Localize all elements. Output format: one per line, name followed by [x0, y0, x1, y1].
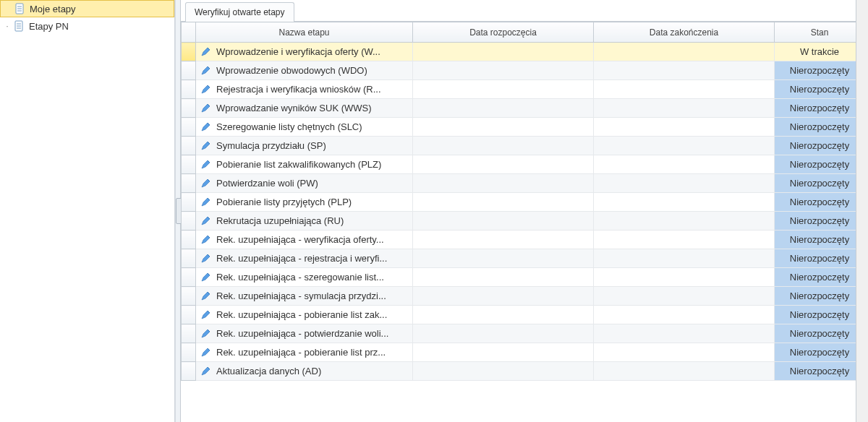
cell-status: Nierozpoczęty — [775, 362, 856, 381]
table-row[interactable]: Wprowadzenie i weryfikacja oferty (W...W… — [182, 43, 856, 61]
cell-stage-name: Pobieranie listy przyjętych (PLP) — [196, 193, 413, 212]
col-start-date[interactable]: Data rozpoczęcia — [413, 22, 594, 43]
cell-status: W trakcie — [775, 43, 856, 61]
cell-start-date — [413, 118, 594, 137]
table-row[interactable]: Pobieranie listy przyjętych (PLP)Nierozp… — [182, 193, 856, 212]
grid-header-row: Nazwa etapu Data rozpoczęcia Data zakońc… — [182, 22, 856, 43]
cell-status: Nierozpoczęty — [775, 174, 856, 193]
cell-stage-name: Pobieranie list zakwalifikowanych (PLZ) — [196, 155, 413, 174]
row-selector[interactable] — [182, 324, 196, 343]
stage-name-text: Wprowadzanie wyników SUK (WWS) — [216, 103, 372, 113]
table-row[interactable]: Rejestracja i weryfikacja wniosków (R...… — [182, 80, 856, 99]
cell-stage-name: Rek. uzupełniająca - pobieranie list prz… — [196, 343, 413, 362]
table-row[interactable]: Rek. uzupełniająca - pobieranie list prz… — [182, 343, 856, 362]
cell-status: Nierozpoczęty — [775, 268, 856, 287]
table-row[interactable]: Symulacja przydziału (SP)Nierozpoczęty — [182, 137, 856, 155]
row-selector[interactable] — [182, 287, 196, 306]
row-selector[interactable] — [182, 174, 196, 193]
cell-end-date — [594, 343, 775, 362]
cell-end-date — [594, 137, 775, 155]
stage-name-text: Rek. uzupełniająca - potwierdzanie woli.… — [216, 328, 388, 339]
cell-status: Nierozpoczęty — [775, 231, 856, 249]
table-row[interactable]: Pobieranie list zakwalifikowanych (PLZ)N… — [182, 155, 856, 174]
cell-end-date — [594, 324, 775, 343]
cell-end-date — [594, 193, 775, 212]
stage-name-text: Symulacja przydziału (SP) — [216, 140, 326, 151]
cell-stage-name: Rek. uzupełniająca - potwierdzanie woli.… — [196, 324, 413, 343]
stage-name-text: Potwierdzanie woli (PW) — [216, 178, 318, 189]
cell-status: Nierozpoczęty — [775, 118, 856, 137]
cell-end-date — [594, 212, 775, 231]
table-row[interactable]: Szeregowanie listy chętnych (SLC)Nierozp… — [182, 118, 856, 137]
cell-start-date — [413, 306, 594, 324]
cell-status: Nierozpoczęty — [775, 137, 856, 155]
row-selector[interactable] — [182, 155, 196, 174]
row-selector[interactable] — [182, 212, 196, 231]
cell-status: Nierozpoczęty — [775, 99, 856, 118]
table-row[interactable]: Rek. uzupełniająca - symulacja przydzi..… — [182, 287, 856, 306]
cell-stage-name: Aktualizacja danych (AD) — [196, 362, 413, 381]
pen-icon — [200, 290, 212, 302]
tab-verify-open-stages[interactable]: Weryfikuj otwarte etapy — [185, 2, 294, 22]
row-selector[interactable] — [182, 137, 196, 155]
cell-end-date — [594, 174, 775, 193]
stage-name-text: Rek. uzupełniająca - pobieranie list prz… — [216, 347, 386, 358]
table-row[interactable]: Wprowadzanie wyników SUK (WWS)Nierozpocz… — [182, 99, 856, 118]
cell-start-date — [413, 362, 594, 381]
grid-scroll[interactable]: Nazwa etapu Data rozpoczęcia Data zakońc… — [181, 22, 856, 422]
row-selector[interactable] — [182, 43, 196, 61]
row-selector[interactable] — [182, 80, 196, 99]
cell-status: Nierozpoczęty — [775, 306, 856, 324]
stage-name-text: Wprowadzenie obwodowych (WDO) — [216, 65, 367, 76]
splitter[interactable] — [175, 0, 181, 422]
cell-start-date — [413, 61, 594, 80]
pen-icon — [200, 140, 212, 152]
row-selector[interactable] — [182, 306, 196, 324]
cell-end-date — [594, 249, 775, 268]
pen-icon — [200, 272, 212, 283]
cell-stage-name: Wprowadzenie i weryfikacja oferty (W... — [196, 43, 413, 61]
cell-end-date — [594, 306, 775, 324]
sidebar-item-label: Moje etapy — [27, 4, 76, 14]
table-row[interactable]: Rek. uzupełniająca - rejestracja i weryf… — [182, 249, 856, 268]
row-selector[interactable] — [182, 249, 196, 268]
table-row[interactable]: Rek. uzupełniająca - pobieranie list zak… — [182, 306, 856, 324]
cell-end-date — [594, 118, 775, 137]
tree-toggle-icon: · — [3, 22, 12, 30]
col-end-date[interactable]: Data zakończenia — [594, 22, 775, 43]
stage-name-text: Rek. uzupełniająca - szeregowanie list..… — [216, 272, 384, 283]
table-row[interactable]: Rekrutacja uzupełniająca (RU)Nierozpoczę… — [182, 212, 856, 231]
cell-start-date — [413, 231, 594, 249]
pen-icon — [200, 309, 212, 321]
table-row[interactable]: Aktualizacja danych (AD)Nierozpoczęty — [182, 362, 856, 381]
table-row[interactable]: Potwierdzanie woli (PW)Nierozpoczęty — [182, 174, 856, 193]
table-row[interactable]: Rek. uzupełniająca - szeregowanie list..… — [182, 268, 856, 287]
vertical-scrollbar[interactable] — [856, 0, 868, 422]
col-rownum[interactable] — [182, 22, 196, 43]
row-selector[interactable] — [182, 193, 196, 212]
sidebar-item-1[interactable]: ·Etapy PN — [0, 17, 174, 35]
row-selector[interactable] — [182, 268, 196, 287]
row-selector[interactable] — [182, 362, 196, 381]
col-status[interactable]: Stan — [775, 22, 856, 43]
cell-start-date — [413, 174, 594, 193]
cell-start-date — [413, 137, 594, 155]
row-selector[interactable] — [182, 61, 196, 80]
cell-start-date — [413, 343, 594, 362]
col-name[interactable]: Nazwa etapu — [196, 22, 413, 43]
cell-end-date — [594, 43, 775, 61]
cell-start-date — [413, 212, 594, 231]
row-selector[interactable] — [182, 231, 196, 249]
row-selector[interactable] — [182, 343, 196, 362]
cell-status: Nierozpoczęty — [775, 324, 856, 343]
sidebar-item-0[interactable]: Moje etapy — [0, 0, 174, 17]
document-icon — [14, 3, 25, 14]
table-row[interactable]: Rek. uzupełniająca - potwierdzanie woli.… — [182, 324, 856, 343]
cell-stage-name: Rek. uzupełniająca - rejestracja i weryf… — [196, 249, 413, 268]
row-selector[interactable] — [182, 118, 196, 137]
row-selector[interactable] — [182, 99, 196, 118]
table-row[interactable]: Rek. uzupełniająca - weryfikacja oferty.… — [182, 231, 856, 249]
pen-icon — [200, 46, 212, 58]
pen-icon — [200, 197, 212, 208]
table-row[interactable]: Wprowadzenie obwodowych (WDO)Nierozpoczę… — [182, 61, 856, 80]
